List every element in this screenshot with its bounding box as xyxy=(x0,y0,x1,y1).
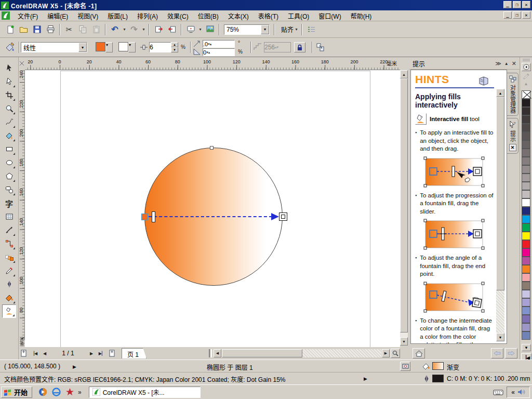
midpoint-spinner[interactable]: ▲▼ xyxy=(171,42,178,52)
menu-item-0[interactable]: 文件(F) xyxy=(13,10,43,21)
palette-grip[interactable] xyxy=(522,59,530,61)
steps-lock-icon[interactable] xyxy=(294,42,305,52)
fill-midpoint-slider[interactable] xyxy=(152,211,155,222)
cut-icon[interactable]: ✂ xyxy=(63,23,75,36)
open-icon[interactable] xyxy=(17,23,30,36)
start-color-dropdown-icon[interactable]: ▾ xyxy=(105,42,113,52)
ellipse-tool[interactable] xyxy=(2,156,16,169)
menu-item-3[interactable]: 版面(L) xyxy=(103,10,132,21)
hints-home-icon[interactable] xyxy=(413,348,425,358)
menu-item-8[interactable]: 表格(T) xyxy=(254,10,283,21)
horizontal-scroll-thumb[interactable] xyxy=(222,349,302,357)
freehand-tool[interactable] xyxy=(2,115,16,129)
export-icon[interactable] xyxy=(166,23,178,36)
menu-item-1[interactable]: 编辑(E) xyxy=(43,10,73,21)
menu-item-2[interactable]: 视图(V) xyxy=(73,10,103,21)
print-icon[interactable] xyxy=(44,23,57,36)
doc-restore-icon[interactable]: ❐ xyxy=(513,11,521,19)
doc-minimize-icon[interactable]: _ xyxy=(503,11,512,19)
angle-spinner[interactable]: ▾▴ xyxy=(208,42,211,46)
quick-launch-app-icon[interactable] xyxy=(64,387,75,397)
color-swatch[interactable] xyxy=(522,323,530,331)
menu-item-10[interactable]: 窗口(W) xyxy=(314,10,345,21)
color-swatch[interactable] xyxy=(522,115,530,124)
hints-book-icon[interactable] xyxy=(478,76,490,86)
fill-start-color-picker[interactable]: ▾ xyxy=(96,42,113,52)
launcher-dropdown-icon[interactable]: ▾ xyxy=(197,24,203,35)
fill-end-handle[interactable] xyxy=(279,212,287,221)
snap-dropdown-icon[interactable]: ▾ xyxy=(294,24,299,35)
fill-type-dropdown-icon[interactable]: ▾ xyxy=(78,43,87,52)
docker-title-bar[interactable]: 提示 ≫ ▲ ✕ xyxy=(409,58,520,70)
scrollbar-splitter[interactable] xyxy=(209,349,212,357)
horizontal-scroll-track[interactable] xyxy=(302,349,381,357)
edge-pad-spinner[interactable]: ▾▴ xyxy=(206,50,210,55)
color-swatch[interactable] xyxy=(522,232,530,240)
fill-start-handle[interactable] xyxy=(141,214,148,220)
crop-tool[interactable] xyxy=(2,88,16,102)
color-swatch[interactable] xyxy=(522,107,530,115)
color-swatch[interactable] xyxy=(522,331,530,340)
menu-item-4[interactable]: 排列(A) xyxy=(132,10,163,21)
menu-item-9[interactable]: 工具(O) xyxy=(283,10,314,21)
color-swatch[interactable] xyxy=(522,315,530,323)
color-eyedropper-tool[interactable] xyxy=(2,264,16,277)
fill-end-color-picker[interactable]: ▾ xyxy=(118,42,136,52)
last-page-icon[interactable]: ▶▏ xyxy=(97,349,107,358)
application-launcher-icon[interactable] xyxy=(184,23,197,36)
media-player-icon[interactable] xyxy=(37,387,48,397)
color-swatch[interactable] xyxy=(522,157,530,165)
drawing-canvas[interactable] xyxy=(25,70,400,347)
scroll-right-icon[interactable]: ▶ xyxy=(382,349,390,357)
shape-tool[interactable] xyxy=(2,75,16,88)
quick-launch-more-icon[interactable]: » xyxy=(78,389,82,396)
copy-icon[interactable] xyxy=(76,23,89,36)
pan-zoom-icon[interactable] xyxy=(391,349,400,358)
first-page-icon[interactable]: ▕◀ xyxy=(30,349,39,358)
doc-close-icon[interactable]: ✕ xyxy=(522,11,530,19)
next-page-icon[interactable]: ▶ xyxy=(87,349,96,358)
hints-scroll-down-icon[interactable]: ▼ xyxy=(496,333,504,341)
ellipse-top-node[interactable] xyxy=(210,146,214,150)
interactive-fill-tool[interactable] xyxy=(2,304,16,318)
blend-tool[interactable] xyxy=(2,250,16,264)
color-swatch[interactable] xyxy=(522,257,530,265)
tab-hints[interactable]: ? 提示 ✕ xyxy=(507,118,518,154)
paste-icon[interactable] xyxy=(90,23,102,36)
color-swatch[interactable] xyxy=(522,307,530,315)
color-swatch[interactable] xyxy=(522,132,530,140)
start-button[interactable]: 开始 xyxy=(1,387,32,398)
color-swatch[interactable] xyxy=(522,198,530,207)
menu-item-7[interactable]: 文本(X) xyxy=(223,10,254,21)
save-icon[interactable] xyxy=(31,23,43,36)
tray-collapse-icon[interactable]: « xyxy=(511,389,515,396)
restore-icon[interactable]: ❐ xyxy=(513,1,521,8)
add-page-end-icon[interactable] xyxy=(108,349,117,358)
table-tool[interactable] xyxy=(2,210,16,223)
text-tool[interactable]: 字 xyxy=(2,196,16,210)
menu-item-6[interactable]: 位图(B) xyxy=(193,10,223,21)
fill-angle-field[interactable]: .0▾▴ xyxy=(203,40,235,48)
color-swatch[interactable] xyxy=(522,215,530,223)
undo-dropdown-icon[interactable]: ▾ xyxy=(122,24,127,35)
connector-tool[interactable] xyxy=(2,237,16,250)
fill-midpoint-field[interactable]: 6 xyxy=(149,42,171,52)
color-swatch[interactable] xyxy=(522,165,530,174)
hints-scroll-up-icon[interactable]: ▲ xyxy=(496,89,504,97)
end-color-dropdown-icon[interactable]: ▾ xyxy=(128,42,136,52)
profile-flyout-icon[interactable]: ▶ xyxy=(364,376,367,381)
minimize-icon[interactable]: _ xyxy=(503,1,512,8)
color-swatch[interactable] xyxy=(522,248,530,257)
polygon-tool[interactable] xyxy=(2,169,16,183)
edit-fill-icon[interactable] xyxy=(4,41,16,54)
palette-scroll-down-icon[interactable]: ▼ xyxy=(522,344,531,351)
redo-icon[interactable]: ↷ xyxy=(128,23,140,36)
horizontal-ruler[interactable]: 20020406080100120140160180200220毫米 xyxy=(25,58,400,70)
vertical-scroll-thumb[interactable] xyxy=(400,78,408,332)
volume-icon[interactable] xyxy=(517,389,525,395)
docker-close-icon[interactable]: ✕ xyxy=(512,60,516,67)
previous-page-icon[interactable]: ◀ xyxy=(40,349,49,358)
color-swatch[interactable] xyxy=(522,140,530,149)
color-swatch[interactable] xyxy=(522,298,530,307)
color-swatch[interactable] xyxy=(522,290,530,298)
